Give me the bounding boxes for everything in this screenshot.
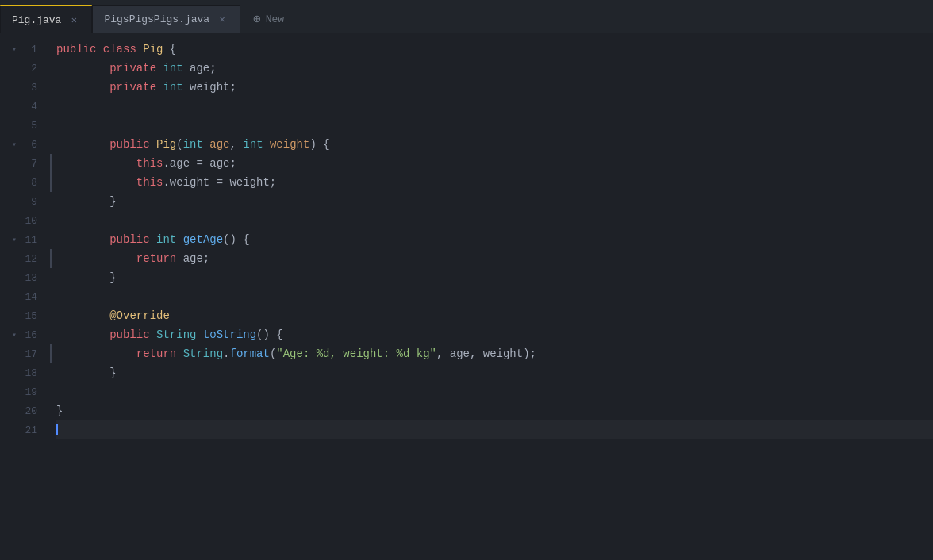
line-num-10: 10 bbox=[21, 215, 37, 227]
line-num-14: 14 bbox=[21, 291, 37, 303]
code-line-2: private int age; bbox=[56, 59, 933, 78]
line-num-11: 11 bbox=[21, 234, 37, 246]
line-num-19: 19 bbox=[21, 386, 37, 398]
token bbox=[203, 138, 209, 151]
line-number-12: 12 bbox=[0, 249, 44, 268]
new-tab-label: New bbox=[266, 13, 284, 25]
token: int bbox=[163, 62, 182, 75]
code-content[interactable]: public class Pig { private int age; priv… bbox=[44, 33, 933, 560]
token: ) { bbox=[309, 138, 329, 151]
fold-arrow-11[interactable]: ▾ bbox=[12, 235, 17, 244]
code-line-21 bbox=[56, 420, 933, 439]
tab-pigspigspigs-java[interactable]: PigsPigsPigs.java ✕ bbox=[92, 5, 240, 33]
line-number-17: 17 bbox=[0, 344, 44, 363]
token: , bbox=[230, 138, 244, 151]
line-number-10: 10 bbox=[0, 211, 44, 230]
code-line-17: return String.format("Age: %d, weight: %… bbox=[56, 344, 933, 363]
code-line-5 bbox=[56, 116, 933, 135]
token bbox=[56, 157, 136, 170]
tab-pig-java-label: Pig.java bbox=[12, 14, 61, 26]
token: int bbox=[243, 138, 263, 151]
token: () { bbox=[223, 233, 250, 246]
line-num-16: 16 bbox=[21, 329, 37, 341]
line-num-12: 12 bbox=[21, 253, 37, 265]
token bbox=[263, 138, 270, 151]
line-num-8: 8 bbox=[21, 177, 37, 189]
token bbox=[156, 62, 163, 75]
tab-pigspigspigs-java-label: PigsPigsPigs.java bbox=[104, 13, 209, 25]
line-num-3: 3 bbox=[21, 82, 37, 94]
new-tab-plus-icon: ⊕ bbox=[253, 11, 261, 27]
token: } bbox=[56, 195, 117, 208]
token bbox=[150, 328, 156, 341]
editor-body: ▾12345▾678910▾1112131415▾161718192021 pu… bbox=[0, 33, 933, 560]
token: .age = age; bbox=[163, 157, 236, 170]
token: public bbox=[109, 233, 149, 246]
code-line-6: public Pig(int age, int weight) { bbox=[56, 135, 933, 154]
line-number-11: ▾11 bbox=[0, 230, 44, 249]
new-tab-button[interactable]: ⊕ New bbox=[240, 5, 297, 33]
code-line-3: private int weight; bbox=[56, 78, 933, 97]
close-pigspigspigs-java-button[interactable]: ✕ bbox=[216, 13, 228, 26]
token: format bbox=[229, 347, 269, 360]
token: int bbox=[183, 138, 203, 151]
line-num-18: 18 bbox=[21, 367, 37, 379]
token bbox=[56, 62, 109, 75]
line-number-6: ▾6 bbox=[0, 135, 44, 154]
line-number-7: 7 bbox=[0, 154, 44, 173]
token: this bbox=[136, 176, 163, 189]
code-line-20: } bbox=[56, 401, 933, 420]
line-num-9: 9 bbox=[21, 196, 37, 208]
token: String bbox=[156, 328, 196, 341]
close-pig-java-button[interactable]: ✕ bbox=[67, 13, 80, 26]
line-number-2: 2 bbox=[0, 59, 44, 78]
tab-pig-java[interactable]: Pig.java ✕ bbox=[0, 5, 92, 33]
fold-arrow-6[interactable]: ▾ bbox=[12, 140, 17, 149]
text-cursor bbox=[56, 424, 58, 435]
line-num-5: 5 bbox=[21, 120, 37, 132]
token: age bbox=[209, 138, 229, 151]
code-line-18: } bbox=[56, 363, 933, 382]
line-number-13: 13 bbox=[0, 268, 44, 287]
token: "Age: %d, weight: %d kg" bbox=[276, 347, 436, 360]
token: } bbox=[56, 366, 117, 379]
line-number-14: 14 bbox=[0, 287, 44, 306]
token bbox=[150, 138, 156, 151]
line-number-20: 20 bbox=[0, 401, 44, 420]
line-number-15: 15 bbox=[0, 306, 44, 325]
code-line-9: } bbox=[56, 192, 933, 211]
line-num-15: 15 bbox=[21, 310, 37, 322]
token: weight bbox=[270, 138, 309, 151]
line-num-20: 20 bbox=[21, 405, 37, 417]
line-num-2: 2 bbox=[21, 63, 37, 75]
token: return bbox=[136, 252, 176, 265]
token: String bbox=[183, 347, 223, 360]
code-line-4 bbox=[56, 97, 933, 116]
token bbox=[150, 233, 156, 246]
token: @Override bbox=[109, 309, 170, 322]
line-num-1: 1 bbox=[21, 44, 37, 56]
token: public bbox=[109, 138, 149, 151]
token bbox=[56, 233, 109, 246]
line-number-19: 19 bbox=[0, 382, 44, 401]
token: weight; bbox=[183, 81, 236, 94]
token: ( bbox=[176, 138, 182, 151]
token bbox=[156, 81, 163, 94]
code-line-15: @Override bbox=[56, 306, 933, 325]
token: age; bbox=[176, 252, 209, 265]
line-number-18: 18 bbox=[0, 363, 44, 382]
code-line-16: public String toString() { bbox=[56, 325, 933, 344]
line-num-6: 6 bbox=[21, 139, 37, 151]
token: ( bbox=[270, 347, 276, 360]
code-line-19 bbox=[56, 382, 933, 401]
token bbox=[56, 252, 136, 265]
line-number-16: ▾16 bbox=[0, 325, 44, 344]
fold-arrow-1[interactable]: ▾ bbox=[12, 44, 17, 54]
code-line-11: public int getAge() { bbox=[56, 230, 933, 249]
line-num-4: 4 bbox=[21, 101, 37, 113]
token bbox=[196, 328, 202, 341]
fold-arrow-16[interactable]: ▾ bbox=[12, 330, 17, 339]
token: } bbox=[56, 405, 63, 417]
line-num-7: 7 bbox=[21, 158, 37, 170]
code-line-13: } bbox=[56, 268, 933, 287]
